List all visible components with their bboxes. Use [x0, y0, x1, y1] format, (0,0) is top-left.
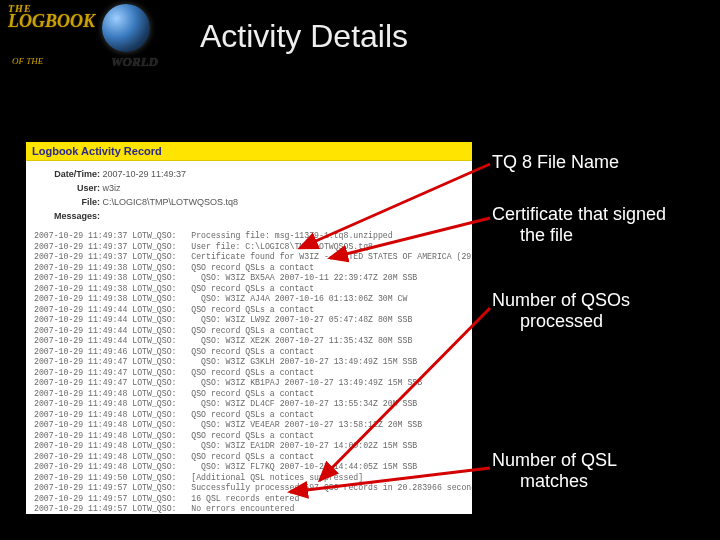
- meta-row-file: File: C:\LOGIC8\TMP\LOTWQSOS.tq8: [36, 197, 462, 207]
- log-area: 2007-10-29 11:49:37 LOTW_QSO: Processing…: [26, 225, 472, 514]
- user-label: User:: [36, 183, 100, 193]
- callout-line2: processed: [492, 311, 702, 332]
- activity-record-panel: Logbook Activity Record Date/Time: 2007-…: [26, 142, 472, 514]
- lotw-logo: THE LOGBOOK OF THE WORLD: [8, 4, 158, 64]
- callout-line1: Certificate that signed: [492, 204, 666, 224]
- meta-row-user: User: w3iz: [36, 183, 462, 193]
- panel-header: Logbook Activity Record: [26, 142, 472, 161]
- logo-ofthe: OF THE: [12, 56, 43, 66]
- callout-qsos-processed: Number of QSOs processed: [492, 290, 702, 331]
- callout-line1: Number of QSL: [492, 450, 617, 470]
- log-text: 2007-10-29 11:49:37 LOTW_QSO: Processing…: [34, 231, 464, 514]
- user-value: w3iz: [103, 183, 121, 193]
- globe-icon: [102, 4, 150, 52]
- datetime-value: 2007-10-29 11:49:37: [103, 169, 187, 179]
- callout-line2: matches: [492, 471, 702, 492]
- logo-world: WORLD: [111, 54, 158, 70]
- file-label: File:: [36, 197, 100, 207]
- callout-line2: the file: [492, 225, 702, 246]
- callout-line1: Number of QSOs: [492, 290, 630, 310]
- datetime-label: Date/Time:: [36, 169, 100, 179]
- callout-qsl-matches: Number of QSL matches: [492, 450, 702, 491]
- callout-certificate: Certificate that signed the file: [492, 204, 702, 245]
- callout-tq8-filename: TQ 8 File Name: [492, 152, 702, 173]
- meta-row-messages: Messages:: [36, 211, 462, 221]
- messages-label: Messages:: [36, 211, 100, 221]
- meta-row-datetime: Date/Time: 2007-10-29 11:49:37: [36, 169, 462, 179]
- panel-meta: Date/Time: 2007-10-29 11:49:37 User: w3i…: [26, 161, 472, 221]
- callout-text: TQ 8 File Name: [492, 152, 619, 172]
- file-value: C:\LOGIC8\TMP\LOTWQSOS.tq8: [103, 197, 239, 207]
- slide-title: Activity Details: [200, 18, 408, 55]
